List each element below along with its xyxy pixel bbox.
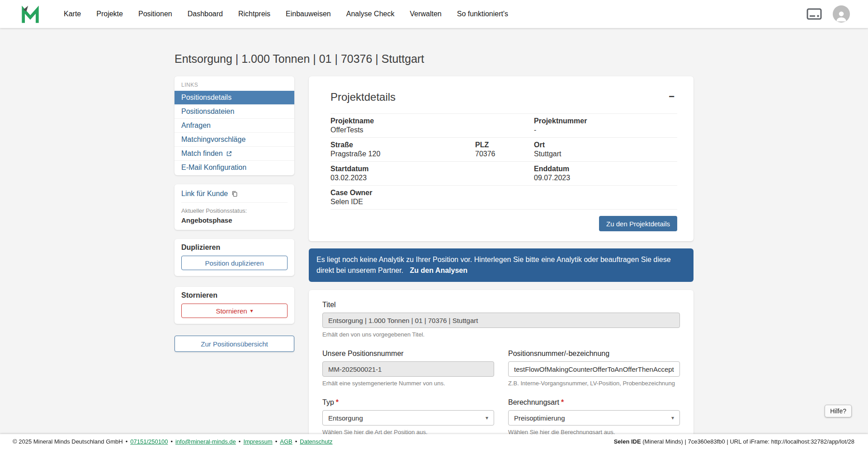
- duplicate-title: Duplizieren: [181, 243, 288, 252]
- nav-item-einbauweisen[interactable]: Einbauweisen: [278, 6, 339, 22]
- page-title: Entsorgung | 1.000 Tonnen | 01 | 70376 |…: [175, 52, 693, 65]
- project-details-card: Projektdetails − Projektname OfferTests …: [309, 76, 693, 241]
- footer-datenschutz-link[interactable]: Datenschutz: [300, 438, 332, 445]
- footer: © 2025 Mineral Minds Deutschland GmbH • …: [0, 434, 868, 449]
- caret-down-icon: ▾: [250, 308, 253, 313]
- field-value: 03.02.2023: [330, 174, 534, 182]
- nav-item-analyse-check[interactable]: Analyse Check: [339, 6, 402, 22]
- sidebar-item-anfragen[interactable]: Anfragen: [175, 119, 294, 133]
- footer-copyright: © 2025 Mineral Minds Deutschland GmbH: [13, 438, 123, 445]
- field-label: Enddatum: [534, 165, 677, 173]
- sidebar-item-label: Anfragen: [181, 122, 211, 130]
- footer-email-link[interactable]: info@mineral-minds.de: [175, 438, 236, 445]
- field-label: Straße: [330, 141, 475, 149]
- project-details-title: Projektdetails: [330, 91, 396, 103]
- project-details-table: Projektname OfferTests Projektnummer - S…: [330, 113, 677, 210]
- nav-item-karte[interactable]: Karte: [56, 6, 89, 22]
- berechnungsart-select-value: Preisoptimierung: [514, 414, 565, 422]
- mineral-minds-logo[interactable]: [20, 4, 41, 24]
- positionsnummer-helper: Erhält eine systemgenerierte Nummer von …: [322, 380, 494, 387]
- page-content: Entsorgung | 1.000 Tonnen | 01 | 70376 |…: [175, 28, 693, 449]
- go-to-analyses-link[interactable]: Zu den Analysen: [410, 267, 467, 274]
- duplicate-position-button[interactable]: Position duplizieren: [181, 256, 288, 270]
- help-button[interactable]: Hilfe?: [825, 405, 852, 417]
- position-form-card: Titel Erhält den von uns vorgegebenen Ti…: [309, 290, 693, 449]
- nav-item-richtpreis[interactable]: Richtpreis: [231, 6, 278, 22]
- external-link-icon: [226, 151, 232, 157]
- caret-down-icon: ▾: [671, 415, 674, 421]
- cancel-position-button[interactable]: Stornieren ▾: [181, 304, 288, 318]
- footer-separator: •: [126, 438, 128, 445]
- footer-agb-link[interactable]: AGB: [280, 438, 292, 445]
- table-row: Projektname OfferTests Projektnummer -: [330, 114, 677, 138]
- sidebar-item-positionsdateien[interactable]: Positionsdateien: [175, 105, 294, 119]
- field-value: 70376: [475, 150, 534, 158]
- customer-link-label: Link für Kunde: [181, 190, 228, 198]
- cancel-title: Stornieren: [181, 291, 288, 299]
- sidebar-item-label: Match finden: [181, 150, 223, 158]
- sidebar-item-label: E-Mail Konfiguration: [181, 164, 246, 172]
- field-value: 09.07.2023: [534, 174, 677, 182]
- typ-select[interactable]: Entsorgung ▾: [322, 410, 494, 426]
- footer-user: Selen IDE: [614, 438, 641, 445]
- titel-input: [322, 313, 680, 328]
- links-header: LINKS: [175, 76, 294, 91]
- customer-link-card: Link für Kunde Aktueller Positionsstatus…: [175, 184, 294, 230]
- required-marker: *: [336, 398, 339, 407]
- field-label: Startdatum: [330, 165, 534, 173]
- field-value: Stuttgart: [534, 150, 677, 158]
- collapse-icon[interactable]: −: [666, 91, 677, 103]
- bezeichnung-label: Positionsnummer/-bezeichnung: [508, 350, 680, 358]
- sidebar-item-label: Positionsdateien: [181, 108, 234, 116]
- sidebar-item-positionsdetails[interactable]: Positionsdetails: [175, 91, 294, 105]
- nav-item-projekte[interactable]: Projekte: [89, 6, 131, 22]
- footer-impressum-link[interactable]: Impressum: [243, 438, 272, 445]
- field-label: PLZ: [475, 141, 534, 149]
- navbar-right: [807, 5, 850, 23]
- caret-down-icon: ▾: [486, 415, 488, 421]
- typ-label: Typ *: [322, 398, 494, 407]
- footer-left: © 2025 Mineral Minds Deutschland GmbH • …: [13, 438, 333, 445]
- field-value: -: [534, 126, 677, 134]
- footer-session-info: Selen IDE (Mineral Minds) | 7ce360e83fb0…: [614, 438, 854, 445]
- cancel-card: Stornieren Stornieren ▾: [175, 287, 294, 324]
- sidebar-item-label: Positionsdetails: [181, 94, 231, 102]
- go-to-project-details-button[interactable]: Zu den Projektdetails: [599, 216, 677, 231]
- typ-select-value: Entsorgung: [328, 414, 363, 422]
- user-avatar[interactable]: [833, 5, 850, 23]
- sidebar: LINKS Positionsdetails Positionsdateien …: [175, 76, 294, 352]
- required-marker: *: [561, 398, 564, 407]
- sidebar-item-label: Matchingvorschläge: [181, 136, 245, 144]
- bezeichnung-input[interactable]: [508, 361, 680, 377]
- sidebar-item-email-konfiguration[interactable]: E-Mail Konfiguration: [175, 161, 294, 174]
- nav-item-so-funktionierts[interactable]: So funktioniert's: [449, 6, 516, 22]
- footer-separator: •: [239, 438, 241, 445]
- position-overview-button[interactable]: Zur Positionsübersicht: [175, 336, 294, 352]
- nav-item-dashboard[interactable]: Dashboard: [180, 6, 231, 22]
- person-icon: [835, 9, 848, 23]
- berechnungsart-select[interactable]: Preisoptimierung ▾: [508, 410, 680, 426]
- table-row: Case Owner Selen IDE: [330, 186, 677, 210]
- duplicate-card: Duplizieren Position duplizieren: [175, 239, 294, 276]
- field-value: Pragstraße 120: [330, 150, 475, 158]
- nav-item-verwalten[interactable]: Verwalten: [402, 6, 449, 22]
- customer-link[interactable]: Link für Kunde: [181, 190, 288, 203]
- field-value: OfferTests: [330, 126, 534, 134]
- berechnungsart-label-text: Berechnungsart: [508, 398, 559, 407]
- logo-icon: [20, 4, 41, 24]
- footer-phone-link[interactable]: 07151/250100: [130, 438, 168, 445]
- sidebar-item-match-finden[interactable]: Match finden: [175, 147, 294, 161]
- server-icon[interactable]: [807, 8, 822, 20]
- typ-label-text: Typ: [322, 398, 334, 407]
- top-navbar: Karte Projekte Positionen Dashboard Rich…: [0, 0, 868, 28]
- bezeichnung-helper: Z.B. Interne-Vorgangsnummer, LV-Position…: [508, 380, 680, 387]
- positionsnummer-input: [322, 361, 494, 377]
- sidebar-item-matchingvorschlaege[interactable]: Matchingvorschläge: [175, 133, 294, 147]
- main-nav: Karte Projekte Positionen Dashboard Rich…: [56, 6, 516, 22]
- field-label: Projektname: [330, 117, 534, 125]
- cancel-button-label: Stornieren: [216, 307, 247, 315]
- nav-item-positionen[interactable]: Positionen: [131, 6, 180, 22]
- field-label: Ort: [534, 141, 677, 149]
- field-label: Projektnummer: [534, 117, 677, 125]
- berechnungsart-label: Berechnungsart *: [508, 398, 680, 407]
